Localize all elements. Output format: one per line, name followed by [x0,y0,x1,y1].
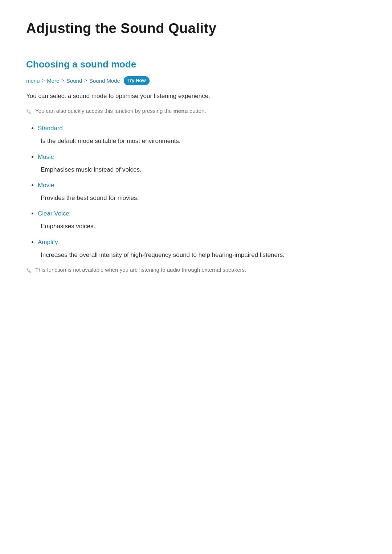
breadcrumb-menu[interactable]: menu [26,77,40,85]
desc-standard: Is the default mode suitable for most en… [29,136,366,146]
breadcrumb-more[interactable]: More [47,77,59,85]
list-item-clearvoice: Clear Voice [38,209,366,218]
list-item-standard: Standard [38,123,366,133]
note-2-text: This function is not available when you … [35,266,246,274]
list-item-amplify: Amplify [38,237,366,247]
term-movie: Movie [38,182,54,189]
sound-mode-list: Standard [26,123,366,133]
try-now-badge[interactable]: Try Now [124,76,150,85]
pencil-icon-1: ✎ [26,107,32,118]
note-1-text: You can also quickly access this functio… [35,107,206,115]
desc-movie: Provides the best sound for movies. [29,193,366,203]
breadcrumb-sound[interactable]: Sound [66,77,82,85]
desc-amplify: Increases the overall intensity of high-… [29,250,366,260]
breadcrumb-sep-1: > [42,77,45,85]
term-standard: Standard [38,125,63,132]
desc-music: Emphasises music instead of voices. [29,165,366,175]
pencil-icon-2: ✎ [26,266,32,276]
breadcrumb: menu > More > Sound > Sound Mode Try Now [26,76,366,85]
page-title: Adjusting the Sound Quality [26,17,366,40]
note-2: ✎ This function is not available when yo… [26,266,366,276]
intro-text: You can select a sound mode to optimise … [26,91,366,101]
term-clearvoice: Clear Voice [38,210,69,217]
main-section: Choosing a sound mode menu > More > Soun… [26,57,366,276]
breadcrumb-sep-2: > [61,77,64,85]
breadcrumb-sep-3: > [84,77,87,85]
desc-clearvoice: Emphasises voices. [29,221,366,231]
breadcrumb-sound-mode[interactable]: Sound Mode [89,77,120,85]
sound-mode-list-clearvoice: Clear Voice [26,209,366,218]
note-1: ✎ You can also quickly access this funct… [26,107,366,118]
sound-mode-list-music: Music [26,152,366,162]
section-title: Choosing a sound mode [26,57,366,72]
sound-mode-list-amplify: Amplify [26,237,366,247]
list-item-music: Music [38,152,366,162]
term-amplify: Amplify [38,239,58,246]
list-item-movie: Movie [38,180,366,190]
sound-mode-list-movie: Movie [26,180,366,190]
term-music: Music [38,153,54,160]
